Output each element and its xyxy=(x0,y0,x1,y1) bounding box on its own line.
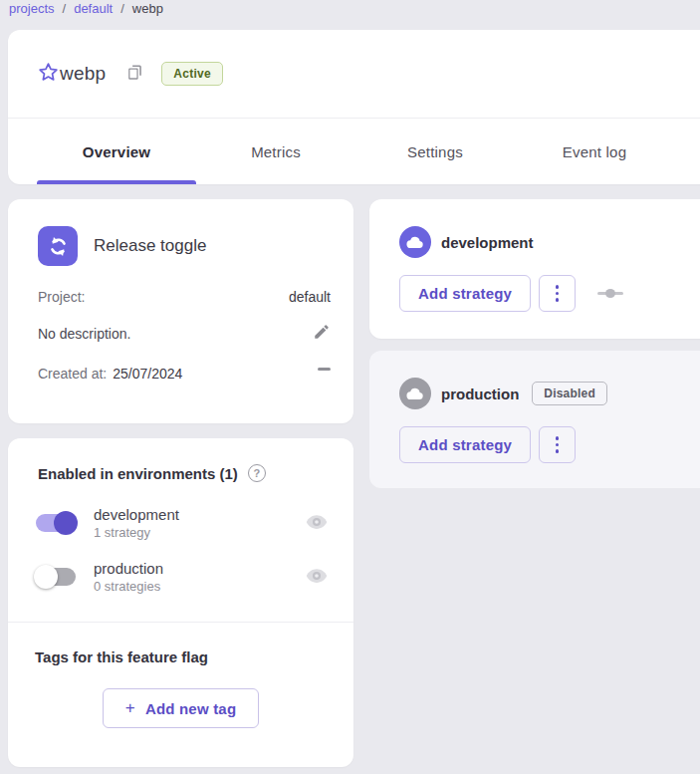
created-at: Created at:25/07/2024 xyxy=(38,366,182,382)
flag-header-card: webp Active Overview Metrics Settings Ev… xyxy=(8,30,700,184)
eye-icon xyxy=(306,568,328,587)
created-row: Created at:25/07/2024 xyxy=(38,366,331,382)
minus-icon xyxy=(318,368,331,371)
add-new-tag-button[interactable]: + Add new tag xyxy=(103,688,260,728)
tab-metrics[interactable]: Metrics xyxy=(196,119,355,184)
cloud-icon xyxy=(399,378,431,409)
production-environment-panel: production Disabled Add strategy xyxy=(369,351,700,488)
status-badge: Active xyxy=(161,62,223,86)
production-panel-header: production Disabled xyxy=(399,378,700,409)
kebab-icon xyxy=(556,285,560,302)
feature-flag-page: projects / default / webp webp xyxy=(0,0,700,774)
environment-toggle-row-production: production 0 strategies xyxy=(8,560,353,594)
help-icon[interactable]: ? xyxy=(248,464,266,482)
flag-type-label: Release toggle xyxy=(94,236,206,256)
created-label: Created at: xyxy=(38,366,107,382)
preview-production-button[interactable] xyxy=(306,568,328,587)
star-icon xyxy=(37,61,60,87)
breadcrumb-current: webp xyxy=(132,1,163,16)
more-options-button-production[interactable] xyxy=(539,426,576,463)
pencil-icon xyxy=(313,323,331,344)
toggle-knob xyxy=(54,511,78,535)
environment-panel-name: development xyxy=(441,234,534,251)
created-value: 25/07/2024 xyxy=(113,366,182,382)
active-tab-indicator xyxy=(37,180,196,184)
kebab-icon xyxy=(556,436,560,453)
toggle-texts: production 0 strategies xyxy=(94,560,306,594)
environment-name: production xyxy=(94,560,306,577)
project-value: default xyxy=(289,289,331,305)
copy-icon xyxy=(125,63,144,85)
tags-section-title: Tags for this feature flag xyxy=(8,648,353,665)
environments-heading-row: Enabled in environments (1) ? xyxy=(8,438,353,482)
breadcrumb-default-link[interactable]: default xyxy=(74,1,113,16)
project-row: Project: default xyxy=(38,289,331,305)
add-new-tag-label: Add new tag xyxy=(145,700,236,717)
tab-settings[interactable]: Settings xyxy=(355,119,515,184)
favorite-button[interactable] xyxy=(36,62,60,86)
breadcrumb-separator: / xyxy=(63,1,67,16)
card-divider xyxy=(8,622,353,623)
breadcrumb-projects-link[interactable]: projects xyxy=(9,1,55,16)
toggle-knob xyxy=(34,565,58,589)
flag-type-row: Release toggle xyxy=(38,226,331,266)
flag-details-card: Release toggle Project: default No descr… xyxy=(8,199,353,423)
page-title: webp xyxy=(60,63,106,85)
breadcrumb: projects / default / webp xyxy=(9,1,163,16)
edit-description-button[interactable] xyxy=(313,323,331,344)
release-toggle-icon xyxy=(38,226,78,266)
development-toggle[interactable] xyxy=(36,514,76,532)
plus-icon: + xyxy=(125,698,135,718)
environment-panel-name: production xyxy=(441,386,519,402)
description-text: No description. xyxy=(38,326,130,342)
preview-development-button[interactable] xyxy=(306,514,328,533)
production-panel-actions: Add strategy xyxy=(399,426,700,463)
add-strategy-button-production[interactable]: Add strategy xyxy=(399,426,531,463)
production-toggle[interactable] xyxy=(36,568,76,586)
cloud-icon xyxy=(399,226,431,258)
eye-icon xyxy=(306,514,328,533)
description-row: No description. xyxy=(38,323,331,344)
tab-event-log[interactable]: Event log xyxy=(515,119,674,184)
environments-heading: Enabled in environments (1) xyxy=(38,465,238,482)
breadcrumb-separator: / xyxy=(120,1,124,16)
more-options-button-development[interactable] xyxy=(539,275,576,312)
toggle-texts: development 1 strategy xyxy=(94,506,306,540)
tab-bar: Overview Metrics Settings Event log xyxy=(8,119,700,184)
environments-card: Enabled in environments (1) ? developmen… xyxy=(8,438,353,767)
strategy-count: 1 strategy xyxy=(94,525,306,540)
flag-header-row: webp Active xyxy=(8,30,700,118)
development-panel-actions: Add strategy xyxy=(399,275,700,312)
disabled-badge: Disabled xyxy=(532,382,607,405)
strategy-connector-icon xyxy=(597,292,623,295)
tab-overview[interactable]: Overview xyxy=(37,119,196,184)
strategy-count: 0 strategies xyxy=(94,579,306,594)
development-environment-panel: development Add strategy xyxy=(369,199,700,339)
project-label: Project: xyxy=(38,289,85,305)
add-strategy-button-development[interactable]: Add strategy xyxy=(399,275,531,312)
environment-toggle-row-development: development 1 strategy xyxy=(8,506,353,540)
development-panel-header: development xyxy=(399,226,700,258)
copy-name-button[interactable] xyxy=(123,63,145,85)
environment-name: development xyxy=(94,506,306,523)
